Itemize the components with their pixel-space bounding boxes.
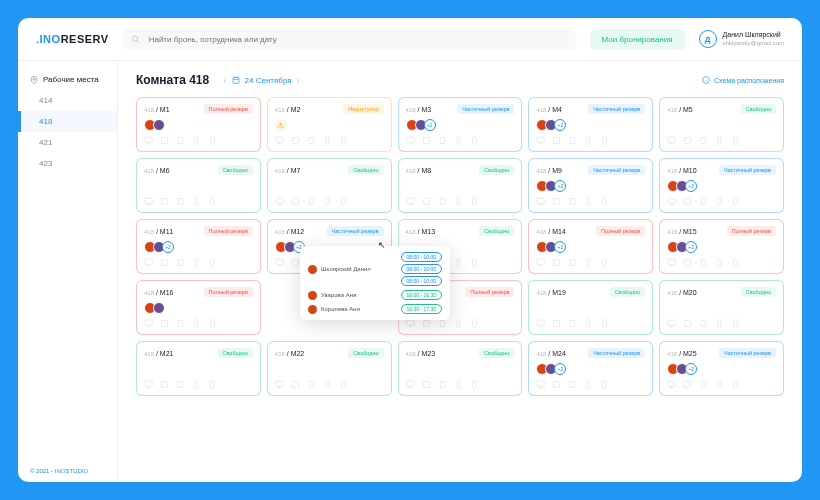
svg-point-0 <box>132 36 137 41</box>
main-content: Комната 418 ‹ 24 Сентября › Схема распол… <box>118 61 802 482</box>
time-slot[interactable]: 16:30 - 17:30 <box>401 304 442 314</box>
equipment-icons <box>406 319 515 328</box>
workstation-id: 418 / M4 <box>536 106 562 113</box>
equipment-icons <box>406 136 515 145</box>
search-input[interactable] <box>123 29 576 50</box>
equipment-icons <box>536 380 645 389</box>
time-slot[interactable]: 08:00 - 10:00 <box>401 276 442 286</box>
equipment-icons <box>406 380 515 389</box>
warning-icon: ⚠ <box>275 119 287 131</box>
svg-rect-42 <box>718 198 721 206</box>
user-menu[interactable]: Д Данил Шклярский shklyarsky@gmail.com <box>699 30 784 48</box>
svg-rect-45 <box>162 260 168 266</box>
equipment-icons <box>275 380 384 389</box>
more-avatars[interactable]: +2 <box>554 119 566 131</box>
workstation-card-M9[interactable]: 418 / M9Частичный резерв+2 <box>528 158 653 213</box>
status-badge: Полный резерв <box>596 226 645 236</box>
svg-rect-64 <box>145 320 153 325</box>
chevron-right-icon[interactable]: › <box>297 75 300 86</box>
workstation-card-M6[interactable]: 418 / M6Свободно <box>136 158 261 213</box>
my-bookings-button[interactable]: Мои бронирования <box>590 29 685 50</box>
workstation-card-M7[interactable]: 418 / M7Свободно <box>267 158 392 213</box>
equipment-icons <box>536 197 645 206</box>
pin-icon <box>30 76 38 84</box>
time-slot[interactable]: 08:00 - 10:00 <box>401 264 442 274</box>
svg-rect-68 <box>406 320 414 325</box>
svg-rect-34 <box>457 198 460 206</box>
workstation-card-M24[interactable]: 418 / M24Частичный резерв+2 <box>528 341 653 396</box>
svg-rect-69 <box>423 321 429 327</box>
chevron-left-icon[interactable]: ‹ <box>223 75 226 86</box>
workstation-card-M23[interactable]: 418 / M23Свободно <box>398 341 523 396</box>
svg-rect-43 <box>734 198 738 206</box>
sidebar-item-423[interactable]: 423 <box>18 153 117 174</box>
workstation-card-M19[interactable]: 418 / M19Свободно <box>528 280 653 335</box>
layout-link[interactable]: Схема расположения <box>702 76 784 84</box>
time-slot[interactable]: 16:00 - 16:30 <box>401 290 442 300</box>
status-badge: Свободно <box>741 287 776 297</box>
workstation-id: 418 / M23 <box>406 350 435 357</box>
svg-rect-46 <box>195 259 198 267</box>
status-badge: Свободно <box>479 226 514 236</box>
svg-rect-61 <box>685 260 691 266</box>
sidebar-title: Рабочие места <box>18 69 117 90</box>
status-badge: Частичный резерв <box>327 226 384 236</box>
workstation-card-M4[interactable]: 418 / M4Частичный резерв+2 <box>528 97 653 152</box>
more-avatars[interactable]: +2 <box>424 119 436 131</box>
equipment-icons <box>536 136 645 145</box>
sidebar-item-414[interactable]: 414 <box>18 90 117 111</box>
svg-rect-56 <box>537 259 545 264</box>
more-avatars[interactable]: +2 <box>685 180 697 192</box>
sidebar: Рабочие места 414418421423 © 2021 - INOS… <box>18 61 118 482</box>
more-avatars[interactable]: +2 <box>162 241 174 253</box>
logo[interactable]: .INORESERV <box>36 33 109 45</box>
workstation-id: 418 / M10 <box>667 167 696 174</box>
svg-rect-37 <box>554 199 560 205</box>
workstation-card-M14[interactable]: 418 / M14Полный резерв+2 <box>528 219 653 274</box>
time-slot[interactable]: 08:00 - 10:00 <box>401 252 442 262</box>
workstation-card-M3[interactable]: 418 / M3Частичный резерв+2 <box>398 97 523 152</box>
svg-rect-54 <box>457 259 460 267</box>
avatar-group: +2 <box>536 119 645 131</box>
svg-rect-6 <box>195 137 198 145</box>
svg-rect-26 <box>195 198 198 206</box>
workstation-card-M1[interactable]: 418 / M1Полный резерв <box>136 97 261 152</box>
workstation-card-M22[interactable]: 418 / M22Свободно <box>267 341 392 396</box>
more-avatars[interactable]: +2 <box>554 363 566 375</box>
popover-row: Уварова Аня16:00 - 16:30 <box>308 290 442 300</box>
popover-row: Королева Аня16:30 - 17:30 <box>308 304 442 314</box>
workstation-card-M10[interactable]: 418 / M10Частичный резерв+2 <box>659 158 784 213</box>
svg-rect-78 <box>718 320 721 328</box>
svg-rect-36 <box>537 198 545 203</box>
more-avatars[interactable]: +2 <box>685 241 697 253</box>
svg-rect-18 <box>587 137 590 145</box>
workstation-card-M21[interactable]: 418 / M21Свободно <box>136 341 261 396</box>
more-avatars[interactable]: +2 <box>554 180 566 192</box>
workstation-card-M5[interactable]: 418 / M5Свободно <box>659 97 784 152</box>
status-badge: Свободно <box>218 165 253 175</box>
workstation-card-M20[interactable]: 418 / M20Свободно <box>659 280 784 335</box>
more-avatars[interactable]: +2 <box>685 363 697 375</box>
svg-rect-65 <box>162 321 168 327</box>
svg-rect-85 <box>292 382 298 388</box>
sidebar-item-418[interactable]: 418 <box>18 111 117 132</box>
svg-rect-20 <box>668 137 676 142</box>
workstation-card-M2[interactable]: 418 / M2Недоступно⚠ <box>267 97 392 152</box>
svg-rect-22 <box>718 137 721 145</box>
workstation-card-M25[interactable]: 418 / M25Частичный резерв+2 <box>659 341 784 396</box>
workstation-card-M11[interactable]: 418 / M11Полный резерв+2 <box>136 219 261 274</box>
sidebar-item-421[interactable]: 421 <box>18 132 117 153</box>
svg-rect-11 <box>341 137 345 145</box>
status-badge: Недоступно <box>343 104 383 114</box>
equipment-icons <box>667 380 776 389</box>
date-picker[interactable]: ‹ 24 Сентября › <box>223 75 300 86</box>
workstation-card-M8[interactable]: 418 / M8Свободно <box>398 158 523 213</box>
workstation-card-M16[interactable]: 418 / M16Полный резерв <box>136 280 261 335</box>
more-avatars[interactable]: +2 <box>554 241 566 253</box>
workstation-card-M15[interactable]: 418 / M15Полный резерв+2 <box>659 219 784 274</box>
avatar <box>308 305 317 314</box>
search-icon <box>131 35 140 44</box>
svg-rect-39 <box>603 198 607 206</box>
svg-rect-72 <box>537 320 545 325</box>
status-badge: Полный резерв <box>727 226 776 236</box>
